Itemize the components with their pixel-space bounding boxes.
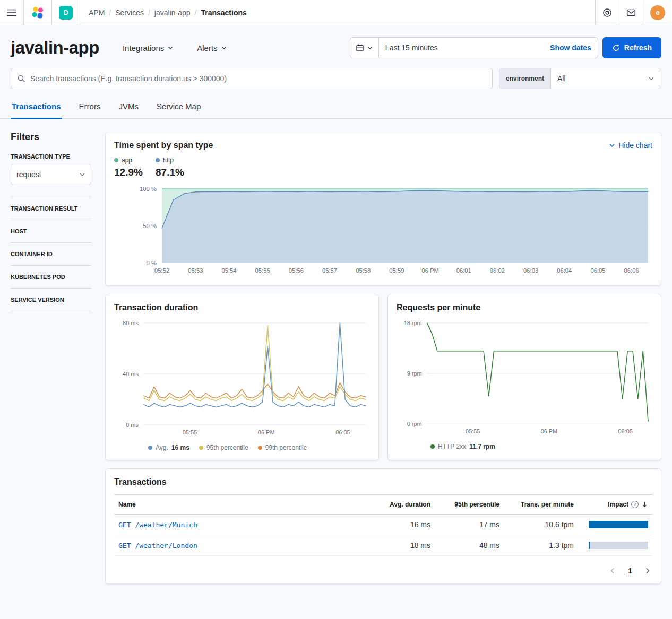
time-range-display[interactable]: Last 15 minutes Show dates [379,38,598,58]
app-series-dot [114,158,118,162]
hide-chart-toggle[interactable]: Hide chart [609,141,652,150]
chevron-down-icon [79,171,85,178]
space-switcher[interactable]: D [52,0,80,25]
svg-text:06:03: 06:03 [523,267,538,274]
http2xx-series-dot [430,444,435,449]
top-navigation-bar: D APM / Services / javalin-app / Transac… [0,0,672,25]
svg-text:0 rpm: 0 rpm [407,421,422,427]
rpm-legend: HTTP 2xx 11.7 rpm [430,443,652,450]
svg-text:18 rpm: 18 rpm [404,320,422,326]
svg-text:0 ms: 0 ms [126,422,139,428]
alerts-menu[interactable]: Alerts [197,43,227,53]
page-header: javalin-app Integrations Alerts Last 15 … [0,25,672,58]
environment-label: environment [499,68,551,89]
svg-text:06:05: 06:05 [335,429,350,435]
guided-setup-button[interactable] [596,0,619,25]
requests-per-minute-title: Requests per minute [397,303,652,312]
p95-series-dot [199,446,203,450]
elastic-logo[interactable] [24,0,51,25]
chevron-down-icon [367,45,373,51]
legend-item-95th[interactable]: 95th percentile [199,444,248,451]
column-trans-per-minute[interactable]: Trans. per minute [504,495,578,515]
chevron-down-icon [167,45,174,51]
svg-text:06 PM: 06 PM [421,267,439,274]
refresh-button[interactable]: Refresh [602,37,661,58]
app-percentage: 12.9% [114,167,156,178]
filter-section-service-version[interactable]: SERVICE VERSION [11,288,91,311]
breadcrumb-current: Transactions [201,8,246,17]
column-avg-duration[interactable]: Avg. duration [371,495,435,515]
legend-item-app[interactable]: app 12.9% [114,156,156,178]
filter-section-kubernetes-pod[interactable]: KUBERNETES POD [11,265,91,288]
transaction-link[interactable]: GET /weather/London [118,542,197,550]
environment-select[interactable]: All [551,68,661,89]
filters-sidebar: Filters TRANSACTION TYPE request TRANSAC… [11,132,91,584]
span-type-legend: app 12.9% http 87.1% [114,156,652,178]
svg-text:05:52: 05:52 [154,267,169,274]
integrations-menu[interactable]: Integrations [123,43,174,53]
transaction-duration-chart: 0 ms40 ms80 ms05:5506 PM06:05 [114,318,370,439]
svg-text:05:57: 05:57 [322,267,337,274]
previous-page-button[interactable] [609,567,616,574]
svg-text:06:05: 06:05 [618,428,633,434]
breadcrumb-apm[interactable]: APM [89,8,105,17]
transactions-table-title: Transactions [114,477,652,487]
svg-text:80 ms: 80 ms [123,320,139,326]
breadcrumb-service-name[interactable]: javalin-app [154,8,191,17]
help-ring-icon [602,8,612,18]
svg-text:50 %: 50 % [143,223,157,229]
legend-item-avg[interactable]: Avg. 16 ms [148,444,189,451]
breadcrumb-services[interactable]: Services [115,8,144,17]
page-number[interactable]: 1 [628,566,632,575]
filter-section-transaction-result[interactable]: TRANSACTION RESULT [11,197,91,220]
chevron-down-icon [609,142,615,149]
service-tabs: Transactions Errors JVMs Service Map [0,91,672,119]
breadcrumb: APM / Services / javalin-app / Transacti… [80,0,255,25]
impact-help-icon[interactable]: ? [631,501,639,508]
tab-transactions[interactable]: Transactions [11,95,62,119]
time-spent-chart: 0 %50 %100 %05:5205:5305:5405:5505:5605:… [114,184,652,277]
date-quick-menu-button[interactable] [350,38,379,58]
tab-service-map[interactable]: Service Map [156,95,202,119]
svg-text:06 PM: 06 PM [258,429,275,435]
transaction-link[interactable]: GET /weather/Munich [118,521,197,529]
menu-button[interactable] [0,0,23,25]
column-impact[interactable]: Impact ? [578,495,652,515]
column-95th-percentile[interactable]: 95th percentile [435,495,504,515]
time-spent-panel: Time spent by span type Hide chart app 1… [105,132,661,286]
p95-value: 17 ms [435,515,504,535]
search-transactions-input[interactable] [11,68,493,89]
user-menu-button[interactable]: e [643,0,672,25]
filter-section-container-id[interactable]: CONTAINER ID [11,242,91,265]
transaction-type-select[interactable]: request [11,164,91,185]
legend-item-http[interactable]: http 87.1% [156,156,197,178]
svg-text:05:53: 05:53 [188,267,203,274]
svg-text:05:54: 05:54 [221,267,236,274]
impact-bar [589,542,648,549]
legend-item-99th[interactable]: 99th percentile [258,444,307,451]
newsfeed-button[interactable] [619,0,643,25]
impact-cell [578,515,652,535]
tab-jvms[interactable]: JVMs [117,95,140,119]
time-spent-title: Time spent by span type [114,141,213,150]
tab-errors[interactable]: Errors [78,95,102,119]
filter-section-host[interactable]: HOST [11,220,91,242]
transactions-table-panel: Transactions Name Avg. duration 95th per… [105,468,661,584]
next-page-button[interactable] [644,567,651,574]
hamburger-icon [7,8,16,17]
avg-duration-value: 16 ms [371,515,435,535]
time-range-value: Last 15 minutes [385,43,438,52]
impact-cell [578,535,652,556]
show-dates-link[interactable]: Show dates [550,43,591,52]
svg-text:06:05: 06:05 [590,267,605,274]
svg-text:05:59: 05:59 [389,267,404,274]
legend-item-http-2xx[interactable]: HTTP 2xx 11.7 rpm [430,443,495,450]
svg-text:06:04: 06:04 [557,267,572,274]
svg-text:100 %: 100 % [140,186,157,192]
column-name[interactable]: Name [114,495,371,515]
search-icon [17,74,25,83]
pagination: 1 [114,566,652,575]
environment-filter: environment All [499,68,661,89]
http-percentage: 87.1% [156,167,197,178]
chevron-down-icon [221,45,227,51]
